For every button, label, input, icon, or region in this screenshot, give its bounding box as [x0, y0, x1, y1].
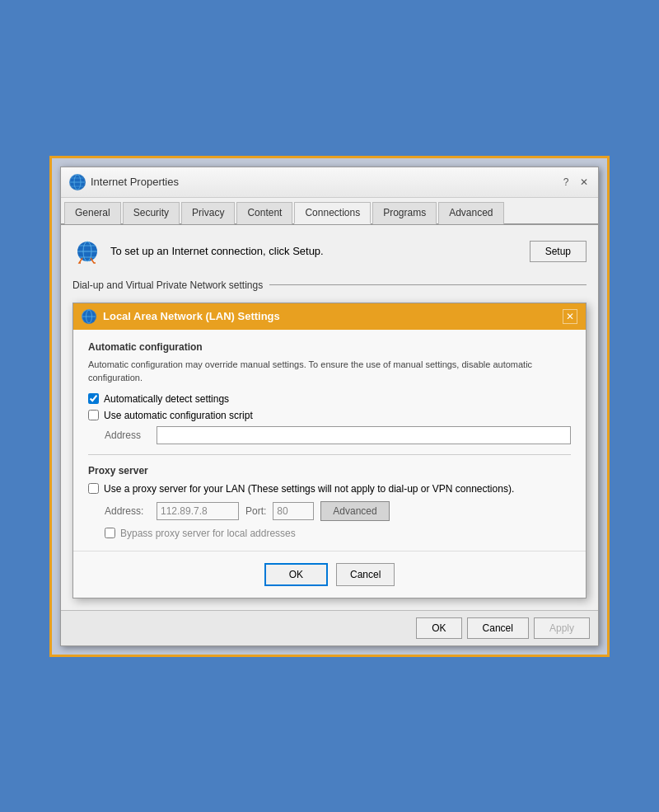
- dialog-buttons: OK Cancel: [73, 551, 586, 598]
- proxy-address-input[interactable]: [157, 502, 239, 520]
- proxy-checkbox[interactable]: [88, 483, 99, 494]
- port-label: Port:: [245, 505, 266, 517]
- tabs-bar: General Security Privacy Content Connect…: [61, 198, 598, 225]
- dial-up-divider: Dial-up and Virtual Private Network sett…: [72, 279, 587, 291]
- address-label: Address: [105, 429, 150, 441]
- section-separator: [88, 454, 571, 455]
- lan-globe-icon: [82, 309, 96, 324]
- advanced-button[interactable]: Advanced: [320, 501, 389, 521]
- auto-config-section: Automatic configuration Automatic config…: [88, 341, 571, 444]
- lan-ok-button[interactable]: OK: [264, 563, 328, 586]
- close-button[interactable]: ✕: [578, 176, 590, 188]
- ie-titlebar: Internet Properties ? ✕: [61, 167, 598, 198]
- auto-config-title: Automatic configuration: [88, 341, 571, 353]
- auto-detect-row: Automatically detect settings: [88, 393, 571, 405]
- bypass-label: Bypass proxy server for local addresses: [120, 528, 296, 539]
- setup-button[interactable]: Setup: [530, 241, 587, 262]
- port-input[interactable]: [273, 502, 314, 520]
- auto-config-desc: Automatic configuration may override man…: [88, 358, 571, 385]
- tab-connections[interactable]: Connections: [294, 202, 371, 224]
- setup-section: To set up an Internet connection, click …: [72, 237, 587, 266]
- auto-detect-label: Automatically detect settings: [104, 393, 229, 405]
- lan-titlebar: Local Area Network (LAN) Settings ✕: [73, 303, 586, 330]
- auto-script-checkbox[interactable]: [88, 410, 99, 420]
- lan-dialog: Local Area Network (LAN) Settings ✕ Auto…: [72, 303, 587, 598]
- tab-content[interactable]: Content: [236, 202, 292, 224]
- title-controls: ? ✕: [560, 176, 590, 188]
- bottom-buttons: OK Cancel Apply: [61, 610, 598, 645]
- help-button[interactable]: ?: [560, 176, 572, 188]
- proxy-addr-row: Address: Port: Advanced: [105, 501, 571, 521]
- address-input[interactable]: [157, 426, 571, 444]
- tab-general[interactable]: General: [64, 202, 121, 224]
- proxy-section: Proxy server Use a proxy server for your…: [88, 465, 571, 539]
- tab-programs[interactable]: Programs: [372, 202, 437, 224]
- auto-detect-checkbox[interactable]: [88, 393, 99, 404]
- ie-content: To set up an Internet connection, click …: [61, 225, 598, 610]
- title-left: Internet Properties: [69, 174, 179, 190]
- auto-script-row: Use automatic configuration script: [88, 410, 571, 421]
- lan-dialog-title: Local Area Network (LAN) Settings: [103, 310, 280, 322]
- bypass-row: Bypass proxy server for local addresses: [105, 528, 571, 539]
- ie-logo-icon: [69, 174, 86, 190]
- tab-privacy[interactable]: Privacy: [181, 202, 235, 224]
- setup-text: To set up an Internet connection, click …: [110, 245, 324, 257]
- proxy-title: Proxy server: [88, 465, 571, 476]
- dial-up-label: Dial-up and Virtual Private Network sett…: [72, 279, 263, 291]
- auto-script-label: Use automatic configuration script: [104, 410, 253, 421]
- proxy-address-label: Address:: [105, 505, 150, 517]
- lan-content: Automatic configuration Automatic config…: [73, 330, 586, 551]
- tab-security[interactable]: Security: [123, 202, 180, 224]
- bottom-ok-button[interactable]: OK: [416, 617, 461, 639]
- network-icon: [72, 237, 102, 266]
- ie-window-title: Internet Properties: [91, 176, 179, 188]
- outer-border: Internet Properties ? ✕ General Security…: [49, 156, 610, 657]
- proxy-checkbox-row: Use a proxy server for your LAN (These s…: [88, 481, 571, 496]
- lan-cancel-button[interactable]: Cancel: [336, 563, 395, 586]
- ie-window: Internet Properties ? ✕ General Security…: [60, 167, 599, 646]
- bottom-cancel-button[interactable]: Cancel: [467, 617, 529, 639]
- divider-line: [269, 284, 587, 285]
- bottom-apply-button[interactable]: Apply: [534, 617, 590, 639]
- lan-title-left: Local Area Network (LAN) Settings: [82, 309, 280, 324]
- bypass-checkbox[interactable]: [105, 528, 115, 538]
- lan-close-button[interactable]: ✕: [563, 309, 577, 324]
- proxy-label: Use a proxy server for your LAN (These s…: [104, 481, 514, 496]
- address-row: Address: [105, 426, 571, 444]
- tab-advanced[interactable]: Advanced: [438, 202, 503, 224]
- setup-left: To set up an Internet connection, click …: [72, 237, 324, 266]
